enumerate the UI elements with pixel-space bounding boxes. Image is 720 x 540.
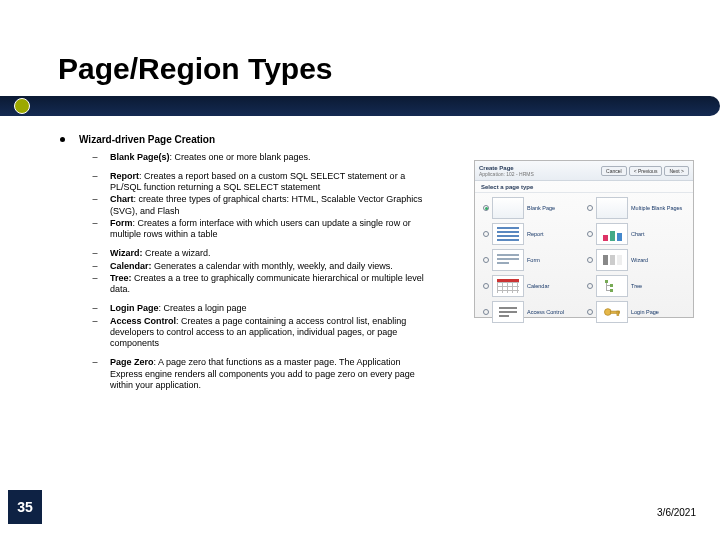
option-icon <box>596 275 628 297</box>
list-item: –Report: Creates a report based on a cus… <box>92 171 430 194</box>
thumb-option: Tree <box>587 275 685 297</box>
option-label: Tree <box>631 283 642 289</box>
dash-icon: – <box>92 248 98 259</box>
heading-row: Wizard-driven Page Creation <box>60 134 430 147</box>
thumb-cancel-button: Cancel <box>601 166 627 176</box>
dash-icon: – <box>92 218 98 229</box>
option-icon <box>492 301 524 323</box>
svg-rect-2 <box>617 311 619 315</box>
option-icon <box>596 223 628 245</box>
list-item-text: Wizard: Create a wizard. <box>110 248 430 259</box>
radio-icon <box>587 309 593 315</box>
option-icon <box>596 249 628 271</box>
wizard-thumbnail: Create Page Application: 102 - HRMS Canc… <box>474 160 694 318</box>
thumb-option: Chart <box>587 223 685 245</box>
thumb-app-label: Application: 102 - HRMS <box>479 171 534 177</box>
radio-icon <box>587 231 593 237</box>
thumb-option: Wizard <box>587 249 685 271</box>
dash-icon: – <box>92 273 98 284</box>
list-item: –Tree: Creates a a tree to graphically c… <box>92 273 430 296</box>
bullet-group: –Wizard: Create a wizard.–Calendar: Gene… <box>60 248 430 295</box>
bullet-group: –Blank Page(s): Creates one or more blan… <box>60 152 430 163</box>
radio-icon <box>483 309 489 315</box>
thumb-prev-button: < Previous <box>629 166 663 176</box>
radio-icon <box>587 283 593 289</box>
list-item-text: Chart: create three types of graphical c… <box>110 194 430 217</box>
list-item: –Blank Page(s): Creates one or more blan… <box>92 152 430 163</box>
option-label: Login Page <box>631 309 659 315</box>
list-item-text: Tree: Creates a a tree to graphically co… <box>110 273 430 296</box>
title-band <box>0 96 720 116</box>
radio-icon <box>483 283 489 289</box>
option-icon <box>596 301 628 323</box>
dash-icon: – <box>92 316 98 327</box>
dash-icon: – <box>92 357 98 368</box>
list-item-text: Calendar: Generates a calendar with mont… <box>110 261 430 272</box>
thumb-header: Create Page Application: 102 - HRMS Canc… <box>475 161 693 181</box>
list-item: –Page Zero: A page zero that functions a… <box>92 357 430 391</box>
slide-date: 3/6/2021 <box>657 507 696 518</box>
thumb-option: Report <box>483 223 581 245</box>
list-item: –Login Page: Creates a login page <box>92 303 430 314</box>
thumb-option: Calendar <box>483 275 581 297</box>
list-item: –Form: Creates a form interface with whi… <box>92 218 430 241</box>
thumb-option: Multiple Blank Pages <box>587 197 685 219</box>
list-item-text: Blank Page(s): Creates one or more blank… <box>110 152 430 163</box>
radio-icon <box>587 205 593 211</box>
slide-title: Page/Region Types <box>58 52 333 86</box>
list-item: –Access Control: Creates a page containi… <box>92 316 430 350</box>
list-item: –Calendar: Generates a calendar with mon… <box>92 261 430 272</box>
option-icon <box>596 197 628 219</box>
bullet-group: –Login Page: Creates a login page–Access… <box>60 303 430 349</box>
option-label: Calendar <box>527 283 549 289</box>
radio-icon <box>587 257 593 263</box>
option-label: Report <box>527 231 544 237</box>
list-item: –Chart: create three types of graphical … <box>92 194 430 217</box>
list-item: –Wizard: Create a wizard. <box>92 248 430 259</box>
list-item-text: Access Control: Creates a page containin… <box>110 316 430 350</box>
content-area: Wizard-driven Page Creation –Blank Page(… <box>60 134 430 399</box>
thumb-option: Blank Page <box>483 197 581 219</box>
bullet-group: –Page Zero: A page zero that functions a… <box>60 357 430 391</box>
list-item-text: Login Page: Creates a login page <box>110 303 430 314</box>
heading-text: Wizard-driven Page Creation <box>79 134 215 147</box>
option-label: Multiple Blank Pages <box>631 205 682 211</box>
thumb-option: Form <box>483 249 581 271</box>
thumb-buttons: Cancel < Previous Next > <box>601 166 689 176</box>
dash-icon: – <box>92 194 98 205</box>
dash-icon: – <box>92 303 98 314</box>
radio-icon <box>483 231 489 237</box>
bullet-group: –Report: Creates a report based on a cus… <box>60 171 430 241</box>
option-label: Wizard <box>631 257 648 263</box>
list-item-text: Form: Creates a form interface with whic… <box>110 218 430 241</box>
list-item-text: Page Zero: A page zero that functions as… <box>110 357 430 391</box>
dash-icon: – <box>92 261 98 272</box>
radio-icon <box>483 205 489 211</box>
thumb-option: Login Page <box>587 301 685 323</box>
list-item-text: Report: Creates a report based on a cust… <box>110 171 430 194</box>
dash-icon: – <box>92 171 98 182</box>
accent-circle <box>14 98 30 114</box>
radio-icon <box>483 257 489 263</box>
option-icon <box>492 275 524 297</box>
dash-icon: – <box>92 152 98 163</box>
bullet-icon <box>60 137 65 142</box>
thumb-grid: Blank PageMultiple Blank PagesReportChar… <box>475 193 693 327</box>
thumb-next-button: Next > <box>664 166 689 176</box>
option-label: Form <box>527 257 540 263</box>
option-icon <box>492 197 524 219</box>
option-icon <box>492 249 524 271</box>
option-label: Access Control <box>527 309 564 315</box>
thumb-subtitle: Select a page type <box>475 181 693 193</box>
option-label: Chart <box>631 231 644 237</box>
option-label: Blank Page <box>527 205 555 211</box>
option-icon <box>492 223 524 245</box>
thumb-option: Access Control <box>483 301 581 323</box>
slide-number: 35 <box>8 490 42 524</box>
